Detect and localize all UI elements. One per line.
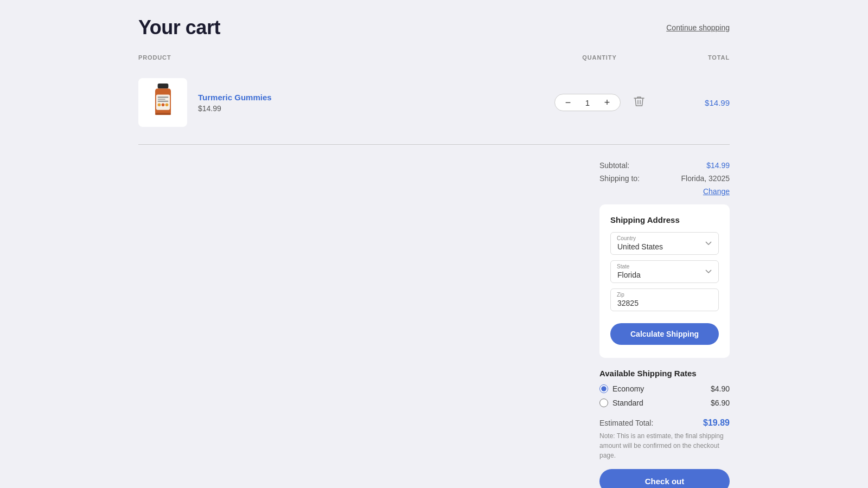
svg-rect-9 <box>155 113 170 115</box>
shipping-location: Florida, 32025 <box>681 174 730 183</box>
svg-rect-0 <box>157 83 168 88</box>
economy-price: $4.90 <box>711 384 730 393</box>
product-bottle-icon <box>145 82 181 123</box>
svg-point-7 <box>161 103 164 106</box>
zip-input[interactable] <box>610 288 719 311</box>
subtotal-label: Subtotal: <box>599 161 629 170</box>
column-product: PRODUCT <box>138 54 545 61</box>
product-name: Turmeric Gummies <box>198 93 272 102</box>
cart-header: Your cart Continue shopping <box>138 16 730 39</box>
standard-label: Standard <box>612 399 643 407</box>
quantity-control: − 1 + <box>545 94 654 111</box>
state-field-group: State Florida California New York Texas <box>610 260 719 283</box>
svg-rect-4 <box>157 99 165 100</box>
checkout-button[interactable]: Check out <box>599 469 730 488</box>
svg-point-6 <box>157 103 161 106</box>
standard-radio[interactable] <box>599 399 608 407</box>
product-price: $14.99 <box>198 104 272 113</box>
shipping-rates-section: Available Shipping Rates Economy $4.90 S… <box>599 369 730 407</box>
economy-label: Economy <box>612 384 644 393</box>
shipping-address-title: Shipping Address <box>610 215 719 224</box>
svg-point-8 <box>165 103 168 106</box>
calculate-shipping-button[interactable]: Calculate Shipping <box>610 323 719 345</box>
estimated-total-note: Note: This is an estimate, the final shi… <box>599 431 730 460</box>
summary-panel: Subtotal: $14.99 Shipping to: Florida, 3… <box>599 161 730 488</box>
estimated-total-section: Estimated Total: $19.89 Note: This is an… <box>599 418 730 488</box>
svg-rect-5 <box>157 100 168 101</box>
estimated-total-value: $19.89 <box>703 418 730 428</box>
zip-field-group: Zip <box>610 288 719 311</box>
state-select[interactable]: Florida California New York Texas <box>610 260 719 283</box>
column-quantity: QUANTITY <box>545 54 654 61</box>
shipping-rate-economy: Economy $4.90 <box>599 384 730 393</box>
cart-summary-section: Subtotal: $14.99 Shipping to: Florida, 3… <box>138 161 730 488</box>
page-title: Your cart <box>138 16 220 39</box>
trash-icon <box>634 95 644 107</box>
country-field-group: Country United States Canada United King… <box>610 232 719 255</box>
cart-item-row: Turmeric Gummies $14.99 − 1 + <box>138 65 730 140</box>
cart-items-section: Turmeric Gummies $14.99 − 1 + <box>138 65 730 140</box>
continue-shopping-link[interactable]: Continue shopping <box>666 23 730 32</box>
subtotal-row: Subtotal: $14.99 <box>599 161 730 170</box>
country-select[interactable]: United States Canada United Kingdom <box>610 232 719 255</box>
quantity-increase-button[interactable]: + <box>602 98 612 107</box>
column-total: TOTAL <box>654 54 730 61</box>
shipping-to-row: Shipping to: Florida, 32025 <box>599 174 730 183</box>
quantity-value: 1 <box>582 98 593 107</box>
estimated-total-label: Estimated Total: <box>599 419 653 427</box>
subtotal-value: $14.99 <box>706 161 730 170</box>
change-shipping-link[interactable]: Change <box>599 187 730 196</box>
shipping-rates-title: Available Shipping Rates <box>599 369 730 378</box>
estimated-total-row: Estimated Total: $19.89 <box>599 418 730 428</box>
svg-rect-3 <box>157 97 168 98</box>
delete-item-button[interactable] <box>634 95 644 110</box>
cart-divider <box>138 144 730 145</box>
item-total: $14.99 <box>654 98 730 107</box>
quantity-decrease-button[interactable]: − <box>563 98 573 107</box>
shipping-rate-standard: Standard $6.90 <box>599 399 730 407</box>
product-details: Turmeric Gummies $14.99 <box>198 93 272 113</box>
quantity-stepper: − 1 + <box>554 94 621 111</box>
cart-column-headers: PRODUCT QUANTITY TOTAL <box>138 54 730 65</box>
standard-price: $6.90 <box>711 399 730 407</box>
product-image <box>138 78 187 127</box>
product-info: Turmeric Gummies $14.99 <box>138 78 545 127</box>
shipping-address-card: Shipping Address Country United States C… <box>599 204 730 358</box>
shipping-to-label: Shipping to: <box>599 174 640 183</box>
economy-radio[interactable] <box>599 384 608 393</box>
